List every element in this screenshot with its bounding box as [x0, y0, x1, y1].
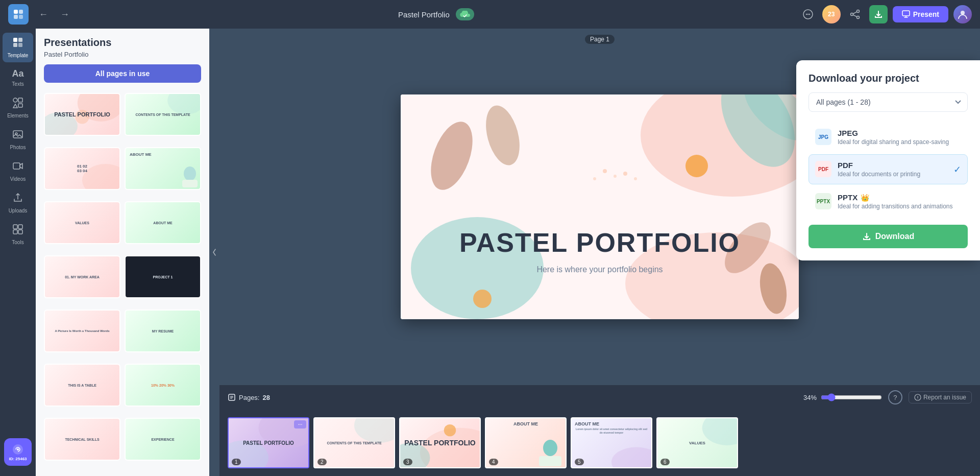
slide-canvas[interactable]: PASTEL PORTFOLIO Here is where your port… — [401, 94, 799, 319]
svg-rect-68 — [539, 456, 561, 466]
svg-point-34 — [167, 94, 200, 114]
videos-label: Videos — [10, 176, 26, 182]
redo-button[interactable]: → — [56, 7, 74, 22]
photos-label: Photos — [10, 145, 26, 150]
svg-point-6 — [807, 14, 808, 15]
app-logo[interactable] — [8, 4, 29, 25]
zoom-slider[interactable] — [821, 393, 882, 401]
present-button[interactable]: Present — [893, 6, 948, 22]
template-thumb-6[interactable]: ABOUT ME — [125, 201, 201, 244]
strip-thumb-1[interactable]: ··· PASTEL PORTFOLIO 1 — [228, 417, 309, 468]
svg-point-67 — [543, 440, 557, 456]
svg-point-70 — [702, 418, 737, 445]
template-thumb-9[interactable]: A Picture Is Worth a Thousand Words — [44, 310, 120, 352]
template-panel-header: Presentations Pastel Portfolio All pages… — [36, 29, 209, 93]
elements-icon — [12, 97, 23, 111]
template-thumb-8[interactable]: PROJECT 1 — [125, 255, 201, 298]
strip-thumb-6[interactable]: VALUES 6 — [656, 417, 738, 468]
sidebar-item-tools[interactable]: Tools — [3, 220, 33, 249]
sidebar-item-uploads[interactable]: Uploads — [3, 188, 33, 218]
svg-point-9 — [850, 13, 853, 16]
svg-rect-17 — [13, 43, 17, 47]
tools-icon — [12, 224, 23, 237]
uploads-icon — [12, 192, 23, 206]
svg-rect-24 — [13, 163, 20, 169]
panel-collapse-handle[interactable] — [209, 29, 219, 476]
format-option-pptx[interactable]: PPTX PPTX 👑 Ideal for adding transitions… — [808, 186, 968, 217]
icon-sidebar: Template Aa Texts Elements — [0, 29, 36, 476]
thumbnail-strip: ··· PASTEL PORTFOLIO 1 CONTENTS OF THIS … — [219, 410, 980, 476]
template-thumb-13[interactable]: TECHNICAL SKILLS — [44, 418, 120, 461]
strip-thumb-2[interactable]: CONTENTS OF THIS TEMPLATE 2 — [313, 417, 395, 468]
report-issue-button[interactable]: Report an issue — [909, 391, 972, 403]
help-button[interactable]: ? — [888, 390, 902, 404]
comments-button[interactable] — [799, 5, 817, 23]
sidebar-item-texts[interactable]: Aa Texts — [3, 64, 33, 91]
svg-point-69 — [611, 447, 651, 468]
template-thumb-2[interactable]: CONTENTS OF THIS TEMPLATE — [125, 93, 201, 136]
format-option-jpeg[interactable]: JPG JPEG Ideal for digital sharing and s… — [808, 122, 968, 152]
template-thumb-10[interactable]: MY RESUME — [125, 310, 201, 352]
user-avatar[interactable] — [953, 5, 972, 23]
template-thumb-14[interactable]: EXPERIENCE — [125, 418, 201, 461]
texts-label: Texts — [12, 81, 23, 87]
pdf-format-name: PDF — [838, 161, 920, 170]
status-bar: Pages: 28 34% ? Report an issue — [219, 385, 980, 410]
download-button[interactable]: Download — [808, 225, 968, 248]
template-thumb-4[interactable]: ABOUT ME — [125, 147, 201, 190]
jpeg-format-desc: Ideal for digital sharing and space-savi… — [838, 138, 949, 146]
strip-thumb-5[interactable]: ABOUT ME Lorem ipsum dolor sit amet cons… — [571, 417, 652, 468]
all-pages-button[interactable]: All pages in use — [44, 64, 201, 83]
svg-point-41 — [685, 155, 708, 177]
pages-count: 28 — [262, 394, 270, 401]
ai-button[interactable]: ID: 25463 — [4, 438, 32, 466]
template-thumb-1[interactable]: PASTEL PORTFOLIO — [44, 93, 120, 136]
template-thumb-5[interactable]: VALUES — [44, 201, 120, 244]
template-thumb-12[interactable]: 10% 20% 30% — [125, 364, 201, 407]
strip-thumb-3[interactable]: PASTEL PORTFOLIO 3 — [399, 417, 481, 468]
jpeg-format-info: JPEG Ideal for digital sharing and space… — [838, 129, 949, 146]
svg-rect-0 — [14, 10, 18, 14]
undo-button[interactable]: ← — [35, 7, 52, 22]
svg-rect-1 — [19, 10, 23, 14]
svg-rect-13 — [902, 11, 910, 16]
template-thumb-7[interactable]: 01. MY WORK AREA — [44, 255, 120, 298]
strip-thumb-num-1: 1 — [232, 459, 241, 465]
sidebar-item-template[interactable]: Template — [3, 33, 33, 62]
svg-point-35 — [82, 164, 119, 189]
nav-buttons: ← → — [35, 7, 74, 22]
crown-icon: 👑 — [861, 194, 869, 202]
svg-point-53 — [593, 177, 596, 180]
template-thumb-11[interactable]: THIS IS A TABLE — [44, 364, 120, 407]
format-option-pdf[interactable]: PDF PDF Ideal for documents or printing … — [808, 154, 968, 184]
svg-rect-2 — [14, 15, 18, 19]
slide-background: PASTEL PORTFOLIO Here is where your port… — [401, 94, 799, 319]
zoom-control: 34% — [803, 393, 882, 401]
template-icon — [12, 37, 23, 51]
sidebar-item-photos[interactable]: Photos — [3, 125, 33, 154]
pptx-format-icon: PPTX — [815, 193, 831, 209]
template-thumb-3[interactable]: 01 0203 04 — [44, 147, 120, 190]
sidebar-item-videos[interactable]: Videos — [3, 156, 33, 186]
sidebar-item-elements[interactable]: Elements — [3, 93, 33, 123]
download-header-button[interactable] — [869, 5, 888, 23]
strip-thumb-4[interactable]: ABOUT ME 4 — [485, 417, 567, 468]
svg-point-66 — [444, 424, 456, 436]
page-label: Page 1 — [585, 35, 615, 44]
pages-select[interactable]: All pages (1 - 28) — [808, 92, 968, 112]
svg-rect-18 — [18, 43, 22, 47]
svg-rect-15 — [13, 38, 17, 42]
svg-line-11 — [853, 12, 856, 14]
panel-subtitle: Pastel Portfolio — [44, 51, 201, 58]
svg-point-8 — [856, 10, 859, 13]
svg-point-50 — [614, 175, 617, 178]
pdf-format-desc: Ideal for documents or printing — [838, 171, 920, 178]
cloud-save-indicator — [456, 8, 474, 20]
download-panel: Download your project All pages (1 - 28)… — [796, 60, 980, 260]
canvas-area: Page 1 — [219, 29, 980, 476]
collaborators-badge[interactable]: 23 — [822, 5, 841, 23]
svg-point-36 — [184, 166, 196, 181]
pdf-check-mark: ✓ — [953, 164, 961, 175]
share-button[interactable] — [846, 5, 864, 23]
pages-info: Pages: 28 — [228, 393, 270, 401]
